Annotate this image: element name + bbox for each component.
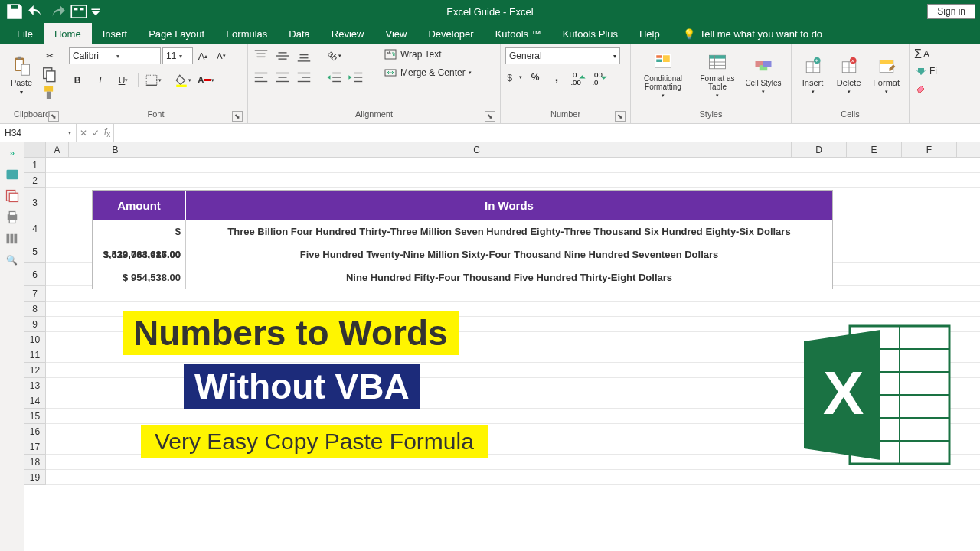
border-icon[interactable]: ▾ (145, 72, 162, 89)
align-center-icon[interactable] (274, 69, 291, 86)
row-header[interactable]: 14 (24, 393, 46, 409)
font-name-combo[interactable]: Calibri▾ (69, 47, 161, 64)
cell-styles-button[interactable]: Cell Styles▾ (744, 47, 782, 103)
row-header[interactable]: 9 (24, 317, 46, 332)
row-header[interactable]: 3 (24, 188, 46, 217)
autosum-button[interactable]: Σ A (914, 47, 929, 61)
row-header[interactable]: 4 (24, 217, 46, 240)
tab-kutools[interactable]: Kutools ™ (485, 23, 552, 44)
tab-formulas[interactable]: Formulas (215, 23, 278, 44)
conditional-formatting-button[interactable]: Conditional Formatting▾ (635, 47, 691, 103)
increase-font-icon[interactable]: A▴ (194, 47, 211, 64)
tab-view[interactable]: View (374, 23, 417, 44)
sidebar-sheets-icon[interactable] (5, 188, 20, 204)
align-bottom-icon[interactable] (296, 47, 312, 64)
sidebar-workbook-icon[interactable] (5, 167, 20, 182)
align-left-icon[interactable] (253, 69, 270, 86)
row-header[interactable]: 1 (24, 158, 46, 173)
cut-icon[interactable]: ✂ (41, 47, 58, 64)
cell-words[interactable]: Five Hundred Twenty-Nine Million Sixty-F… (186, 243, 832, 266)
percent-icon[interactable]: % (527, 69, 544, 86)
tab-page-layout[interactable]: Page Layout (138, 23, 215, 44)
tab-file[interactable]: File (6, 23, 44, 44)
row-header[interactable]: 16 (24, 424, 46, 439)
fill-button[interactable]: Fi (914, 64, 937, 78)
fill-color-icon[interactable]: ▾ (175, 72, 191, 89)
col-header-b[interactable]: B (69, 142, 162, 157)
font-launcher-icon[interactable]: ⬊ (232, 111, 243, 122)
format-as-table-button[interactable]: Format as Table▾ (694, 47, 741, 103)
cell-amount[interactable]: $ 3,433,783,686.00 (93, 220, 186, 243)
cancel-formula-icon[interactable]: ✕ (80, 128, 87, 139)
select-all-corner[interactable] (24, 142, 46, 157)
clear-button[interactable] (914, 81, 928, 95)
col-header-d[interactable]: D (792, 142, 847, 157)
row-header[interactable]: 17 (24, 439, 46, 455)
align-middle-icon[interactable] (274, 47, 291, 64)
align-right-icon[interactable] (296, 69, 312, 86)
number-format-combo[interactable]: General▾ (505, 47, 620, 64)
alignment-launcher-icon[interactable]: ⬊ (485, 111, 495, 122)
decrease-decimal-icon[interactable]: .00.0 (591, 69, 608, 86)
clipboard-launcher-icon[interactable]: ⬊ (48, 111, 59, 122)
copy-icon[interactable] (41, 66, 58, 83)
worksheet-grid[interactable]: A B C D E F 1234567891011121314151617181… (24, 142, 980, 551)
save-icon[interactable] (5, 2, 24, 21)
sidebar-find-icon[interactable]: 🔍 (5, 253, 20, 268)
sidebar-print-icon[interactable] (5, 210, 20, 225)
row-header[interactable]: 8 (24, 302, 46, 317)
fx-icon[interactable]: fx (104, 126, 110, 139)
tab-kutools-plus[interactable]: Kutools Plus (552, 23, 629, 44)
comma-icon[interactable]: , (548, 69, 565, 86)
tab-help[interactable]: Help (629, 23, 671, 44)
row-header[interactable]: 11 (24, 347, 46, 363)
merge-center-button[interactable]: Merge & Center ▾ (384, 66, 472, 80)
orientation-icon[interactable]: ab▾ (326, 47, 343, 64)
col-header-c[interactable]: C (162, 142, 792, 157)
tab-home[interactable]: Home (44, 23, 92, 44)
underline-button[interactable]: U▾ (115, 72, 132, 89)
format-cells-button[interactable]: Format▾ (868, 47, 904, 103)
tab-insert[interactable]: Insert (92, 23, 139, 44)
col-header-e[interactable]: E (847, 142, 902, 157)
row-header[interactable]: 12 (24, 363, 46, 378)
align-top-icon[interactable] (253, 47, 270, 64)
decrease-font-icon[interactable]: A▾ (213, 47, 230, 64)
number-launcher-icon[interactable]: ⬊ (615, 111, 626, 122)
tab-data[interactable]: Data (278, 23, 320, 44)
insert-cells-button[interactable]: + Insert▾ (796, 47, 829, 103)
tell-me[interactable]: 💡 Tell me what you want to do (671, 23, 822, 44)
delete-cells-button[interactable]: × Delete▾ (832, 47, 865, 103)
formula-input[interactable] (114, 124, 980, 142)
italic-button[interactable]: I (92, 72, 109, 89)
sidebar-expand-icon[interactable]: » (5, 145, 20, 161)
font-color-icon[interactable]: A▾ (198, 72, 214, 89)
row-header[interactable]: 18 (24, 455, 46, 470)
cell-amount[interactable]: $ 529,064,917.00 (93, 243, 186, 266)
increase-decimal-icon[interactable]: .0.00 (570, 69, 586, 86)
bold-button[interactable]: B (69, 72, 86, 89)
enter-formula-icon[interactable]: ✓ (92, 128, 100, 139)
font-size-combo[interactable]: 11▾ (162, 47, 193, 64)
cell-words[interactable]: Three Billion Four Hundred Thirty-Three … (186, 220, 832, 243)
touch-mode-icon[interactable] (69, 2, 89, 21)
qat-customize-icon[interactable] (90, 2, 101, 21)
sidebar-columns-icon[interactable] (5, 231, 20, 246)
row-header[interactable]: 6 (24, 263, 46, 286)
accounting-format-icon[interactable]: $▾ (505, 69, 522, 86)
paste-button[interactable]: Paste ▾ (5, 47, 38, 103)
row-header[interactable]: 10 (24, 332, 46, 347)
row-header[interactable]: 19 (24, 470, 46, 485)
undo-icon[interactable] (26, 2, 46, 21)
row-header[interactable]: 2 (24, 173, 46, 188)
col-header-f[interactable]: F (902, 142, 957, 157)
increase-indent-icon[interactable] (348, 69, 364, 86)
cell-amount[interactable]: $ 954,538.00 (93, 266, 186, 289)
decrease-indent-icon[interactable] (326, 69, 343, 86)
sign-in-button[interactable]: Sign in (927, 4, 975, 19)
col-header-a[interactable]: A (46, 142, 69, 157)
format-painter-icon[interactable] (41, 84, 58, 101)
row-header[interactable]: 5 (24, 240, 46, 263)
row-header[interactable]: 7 (24, 286, 46, 302)
row-header[interactable]: 15 (24, 409, 46, 424)
